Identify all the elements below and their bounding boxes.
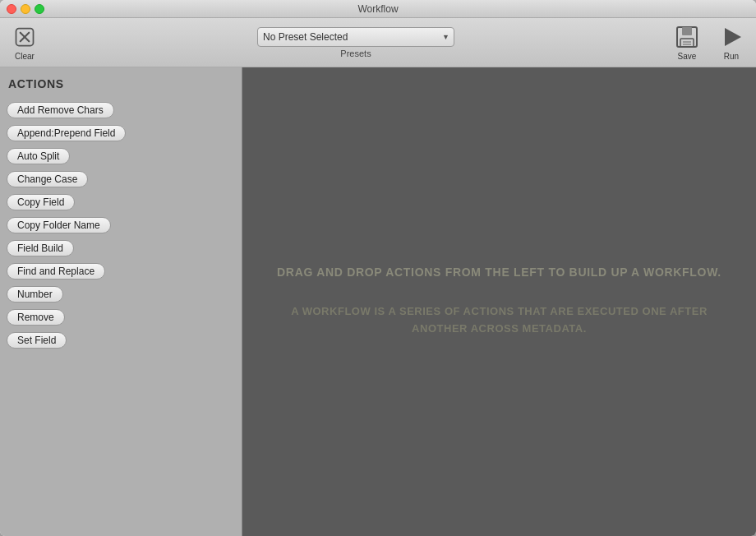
- action-append-prepend[interactable]: Append:Prepend Field: [7, 125, 126, 141]
- app-window: Workflow Clear No Preset Selected Preset…: [0, 0, 756, 536]
- action-add-remove-chars[interactable]: Add Remove Chars: [7, 102, 114, 118]
- save-icon: [674, 24, 700, 50]
- action-set-field[interactable]: Set Field: [7, 332, 67, 349]
- action-find-replace[interactable]: Find and Replace: [7, 263, 105, 280]
- run-icon: [718, 24, 744, 50]
- svg-marker-8: [725, 28, 741, 46]
- clear-button[interactable]: Clear: [7, 21, 43, 64]
- action-number[interactable]: Number: [7, 286, 63, 303]
- sidebar-title: ACTIONS: [7, 74, 235, 94]
- title-bar: Workflow: [0, 0, 756, 18]
- minimize-button[interactable]: [21, 4, 30, 14]
- close-button[interactable]: [7, 4, 16, 14]
- main-content: ACTIONS Add Remove Chars Append:Prepend …: [0, 67, 756, 536]
- maximize-button[interactable]: [35, 4, 44, 14]
- run-button[interactable]: Run: [713, 21, 749, 64]
- svg-rect-4: [682, 27, 692, 35]
- actions-list: Add Remove Chars Append:Prepend Field Au…: [7, 102, 235, 353]
- window-controls: [7, 4, 44, 14]
- drop-area: DRAG AND DROP ACTIONS FROM THE LEFT TO B…: [242, 67, 756, 536]
- toolbar: Clear No Preset Selected Presets: [0, 18, 756, 67]
- drop-secondary-text: A WORKFLOW IS A SERIES OF ACTIONS THAT A…: [275, 303, 723, 338]
- action-change-case[interactable]: Change Case: [7, 171, 88, 187]
- action-copy-folder-name[interactable]: Copy Folder Name: [7, 217, 111, 233]
- preset-wrapper: No Preset Selected: [257, 27, 454, 47]
- action-copy-field[interactable]: Copy Field: [7, 194, 75, 210]
- preset-container: No Preset Selected Presets: [51, 27, 661, 58]
- presets-label: Presets: [340, 49, 371, 58]
- action-auto-split[interactable]: Auto Split: [7, 148, 70, 164]
- action-remove[interactable]: Remove: [7, 309, 65, 326]
- run-label: Run: [724, 52, 739, 61]
- save-label: Save: [678, 52, 697, 61]
- sidebar: ACTIONS Add Remove Chars Append:Prepend …: [0, 67, 242, 536]
- window-title: Workflow: [357, 3, 398, 15]
- clear-label: Clear: [15, 52, 35, 61]
- save-button[interactable]: Save: [669, 21, 705, 64]
- drop-primary-text: DRAG AND DROP ACTIONS FROM THE LEFT TO B…: [277, 266, 721, 279]
- svg-rect-5: [680, 39, 694, 47]
- preset-select[interactable]: No Preset Selected: [257, 27, 454, 47]
- clear-icon: [12, 24, 38, 50]
- action-field-build[interactable]: Field Build: [7, 240, 74, 256]
